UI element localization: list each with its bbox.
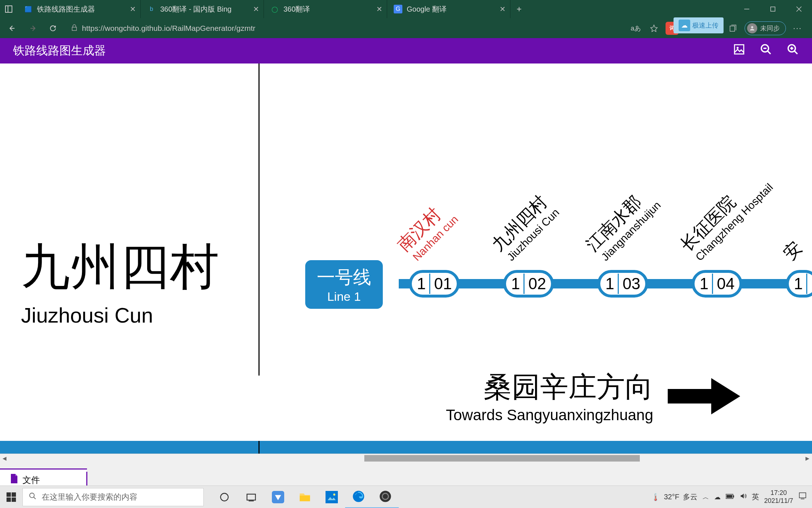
line-badge-cn: 一号线 xyxy=(317,265,371,290)
svg-rect-21 xyxy=(7,497,11,502)
url-input[interactable]: https://wongchito.github.io/RailMapGener… xyxy=(65,24,625,33)
station-seq-num: 02 xyxy=(528,275,546,293)
scroll-thumb[interactable] xyxy=(364,455,640,462)
svg-rect-0 xyxy=(5,6,12,12)
station-seq-num: 01 xyxy=(434,275,452,293)
file-tab-label: 文件 xyxy=(22,474,40,486)
close-window-button[interactable] xyxy=(786,0,812,18)
app-title: 铁路线路图生成器 xyxy=(13,43,106,59)
scroll-track[interactable] xyxy=(9,455,803,462)
station-label: 九州四村 Jiuzhousi Cun xyxy=(487,190,562,265)
station-node[interactable]: 安 1 xyxy=(786,270,812,298)
date: 2021/11/7 xyxy=(764,497,793,505)
tab-360[interactable]: ◯ 360翻译 ✕ xyxy=(264,0,387,18)
svg-rect-37 xyxy=(733,495,734,497)
weather-widget[interactable]: 🌡️ 32°F 多云 xyxy=(651,492,697,502)
app-tencent-icon[interactable] xyxy=(265,486,291,508)
svg-line-13 xyxy=(767,51,771,54)
taskbar: 在这里输入你要搜索的内容 🌡️ 32°F 多云 ︿ ☁ 英 17:20 2021… xyxy=(0,486,812,508)
url-text: https://wongchito.github.io/RailMapGener… xyxy=(82,24,256,33)
svg-point-9 xyxy=(751,26,753,28)
tab-google[interactable]: G Google 翻译 ✕ xyxy=(387,0,510,18)
direction-en: Towards Sangyuanxingzhuang xyxy=(446,406,653,424)
refresh-button[interactable] xyxy=(45,20,61,36)
svg-rect-1 xyxy=(5,6,8,12)
svg-rect-3 xyxy=(771,7,775,11)
maximize-button[interactable] xyxy=(760,0,786,18)
svg-rect-6 xyxy=(72,27,76,30)
close-icon[interactable]: ✕ xyxy=(376,5,382,13)
station-seq-num: 03 xyxy=(622,275,640,293)
close-icon[interactable]: ✕ xyxy=(130,5,136,13)
svg-rect-19 xyxy=(7,492,11,497)
tab-bing[interactable]: b 360翻译 - 国内版 Bing ✕ xyxy=(141,0,264,18)
station-node[interactable]: 江南水郡 Jiangnanshuijun 1 03 xyxy=(597,270,648,298)
onedrive-icon[interactable]: ☁ xyxy=(714,493,721,501)
obs-icon[interactable] xyxy=(372,486,399,508)
station-line-num: 1 xyxy=(511,275,520,293)
scroll-right-icon[interactable]: ▶ xyxy=(803,455,812,461)
line-badge-en: Line 1 xyxy=(317,290,371,304)
weather-cond: 多云 xyxy=(683,492,697,502)
svg-point-25 xyxy=(221,493,228,501)
station-node[interactable]: 九州四村 Jiuzhousi Cun 1 02 xyxy=(503,270,554,298)
chevron-up-icon[interactable]: ︿ xyxy=(703,493,709,501)
favicon-google: G xyxy=(394,5,402,13)
file-icon xyxy=(9,474,18,486)
favicon-bing: b xyxy=(147,5,156,13)
edge-icon[interactable] xyxy=(345,486,372,508)
favicon-360: ◯ xyxy=(270,5,279,13)
back-button[interactable] xyxy=(4,20,20,36)
ime-indicator[interactable]: 英 xyxy=(752,492,759,502)
rail-map-canvas[interactable]: 九州四村 Jiuzhousi Cun 一号线 Line 1 南汉村 Nanhan… xyxy=(0,64,812,454)
tab-actions-icon[interactable] xyxy=(0,0,17,18)
svg-rect-36 xyxy=(726,495,732,498)
close-icon[interactable]: ✕ xyxy=(253,5,259,13)
clock[interactable]: 17:20 2021/11/7 xyxy=(764,489,793,505)
horizontal-scrollbar[interactable]: ◀ ▶ xyxy=(0,454,812,463)
file-explorer-icon[interactable] xyxy=(291,486,318,508)
scroll-left-icon[interactable]: ◀ xyxy=(0,455,9,461)
station-node[interactable]: 南汉村 Nanhan cun 1 01 xyxy=(409,270,460,298)
vertical-divider xyxy=(258,64,260,376)
taskbar-search[interactable]: 在这里输入你要搜索的内容 xyxy=(22,488,204,506)
read-aloud-button[interactable]: aあ xyxy=(629,22,642,35)
collections-button[interactable] xyxy=(726,22,740,35)
tab-title: 铁路线路图生成器 xyxy=(37,4,95,14)
battery-icon[interactable] xyxy=(726,493,734,501)
profile-sync-button[interactable]: 未同步 xyxy=(745,21,786,35)
arrow-right-icon xyxy=(668,374,740,418)
svg-rect-10 xyxy=(734,45,744,54)
task-view-icon[interactable] xyxy=(238,486,265,508)
svg-rect-38 xyxy=(799,493,806,498)
direction-indicator: 桑园辛庄方向 Towards Sangyuanxingzhuang xyxy=(446,368,740,424)
close-icon[interactable]: ✕ xyxy=(500,5,506,13)
new-tab-button[interactable]: + xyxy=(510,0,528,18)
cortana-icon[interactable] xyxy=(211,486,238,508)
start-button[interactable] xyxy=(0,486,22,508)
menu-button[interactable]: ··· xyxy=(791,22,804,35)
svg-rect-22 xyxy=(12,497,16,502)
volume-icon[interactable] xyxy=(740,492,747,501)
tab-title: Google 翻译 xyxy=(407,4,447,14)
app-header: 铁路线路图生成器 xyxy=(0,38,812,64)
current-station-panel: 九州四村 Jiuzhousi Cun xyxy=(21,234,220,327)
svg-rect-8 xyxy=(730,26,735,31)
tab-railmap[interactable]: 🟦 铁路线路图生成器 ✕ xyxy=(17,0,141,18)
line-badge: 一号线 Line 1 xyxy=(305,260,383,309)
station-label: 长征医院 Changzheng Hosptail xyxy=(675,165,775,265)
favorites-button[interactable] xyxy=(647,22,660,35)
photos-icon[interactable] xyxy=(318,486,345,508)
notifications-icon[interactable] xyxy=(798,492,807,502)
minimize-button[interactable] xyxy=(734,0,760,18)
svg-point-11 xyxy=(737,47,739,49)
upload-badge[interactable]: ☁ 极速上传 xyxy=(674,17,724,33)
bottom-band xyxy=(0,441,812,454)
zoom-in-icon[interactable] xyxy=(787,43,799,58)
cloud-icon: ☁ xyxy=(679,20,690,31)
forward-button[interactable] xyxy=(25,20,41,36)
zoom-out-icon[interactable] xyxy=(760,43,772,58)
image-icon[interactable] xyxy=(733,43,745,58)
station-node[interactable]: 长征医院 Changzheng Hosptail 1 04 xyxy=(692,270,742,298)
tab-title: 360翻译 - 国内版 Bing xyxy=(160,4,232,14)
